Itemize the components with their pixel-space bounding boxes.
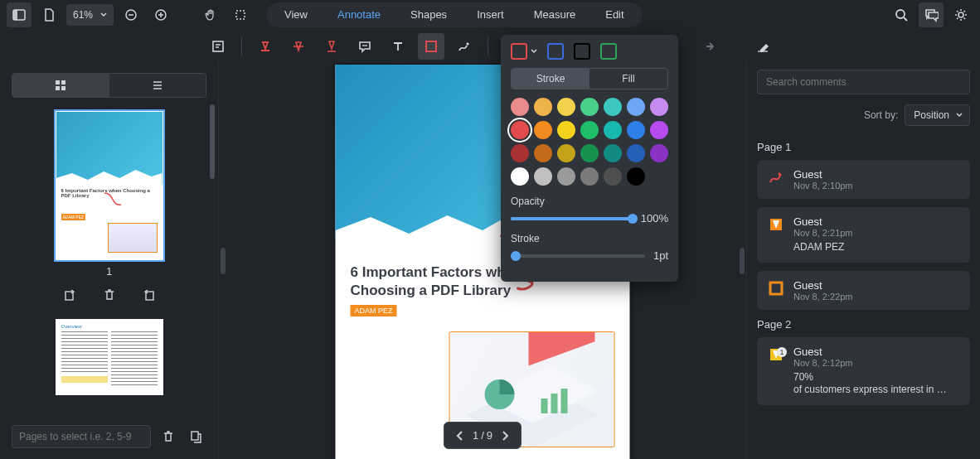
color-swatch[interactable] [604, 98, 622, 116]
svg-rect-8 [426, 41, 436, 51]
eraser-tool[interactable] [750, 33, 776, 60]
preset-swatch[interactable] [574, 43, 590, 60]
comment-body: ADAM PEZ [793, 241, 960, 254]
opacity-slider[interactable] [511, 217, 633, 220]
svg-rect-19 [192, 432, 198, 440]
color-swatch[interactable] [650, 98, 668, 116]
color-swatch[interactable] [604, 144, 622, 162]
thumbnail-page-2[interactable]: Overview [56, 319, 163, 395]
color-swatch[interactable] [511, 121, 529, 139]
svg-rect-13 [56, 80, 60, 85]
popover-tab-fill[interactable]: Fill [589, 69, 667, 89]
thumbnails-scrollbar[interactable] [210, 104, 215, 179]
panel-tab-thumbnails[interactable] [12, 74, 109, 97]
popover-tab-stroke[interactable]: Stroke [512, 69, 589, 89]
comment-author: Guest [793, 279, 960, 292]
rectangle-tool[interactable] [418, 33, 444, 60]
color-swatch[interactable] [557, 121, 575, 139]
color-swatch[interactable] [534, 121, 552, 139]
color-swatch[interactable] [580, 167, 599, 186]
pan-tool[interactable] [198, 2, 223, 27]
comment-item[interactable]: 1GuestNov 8, 2:12pm70%of customers expre… [757, 337, 970, 405]
rotate-cw-button[interactable] [137, 283, 162, 307]
panel-tab-outline[interactable] [109, 74, 206, 97]
comments-panel: Sort by: Position Page 1GuestNov 8, 2:10… [746, 63, 980, 459]
prev-page-button[interactable] [456, 431, 464, 441]
color-swatch[interactable] [627, 144, 645, 162]
comments-list[interactable]: Page 1GuestNov 8, 2:10pmGuestNov 8, 2:21… [757, 138, 970, 459]
left-resize-handle[interactable] [221, 248, 226, 274]
extract-pages-button[interactable] [186, 424, 207, 449]
comment-tool[interactable] [352, 33, 378, 60]
color-swatch[interactable] [534, 167, 552, 186]
color-swatch[interactable] [534, 98, 552, 116]
tab-view[interactable]: View [269, 2, 323, 27]
color-swatch[interactable] [580, 98, 599, 116]
tab-insert[interactable]: Insert [462, 2, 519, 27]
color-swatch[interactable] [557, 144, 575, 162]
settings-button[interactable] [948, 2, 973, 27]
color-swatch[interactable] [580, 121, 599, 139]
search-button[interactable] [889, 2, 914, 27]
color-swatch[interactable] [534, 144, 552, 162]
strikeout-tool[interactable] [285, 33, 312, 60]
color-swatch[interactable] [627, 98, 645, 116]
note-tool[interactable] [205, 33, 231, 60]
color-swatch[interactable] [511, 98, 529, 116]
tab-measure[interactable]: Measure [519, 2, 591, 27]
doc-author-highlight[interactable]: ADAM PEZ [351, 305, 397, 316]
style-popover: Stroke Fill Opacity 100% Stroke 1pt [501, 35, 678, 282]
zoom-out-button[interactable] [119, 2, 143, 27]
tab-edit[interactable]: Edit [590, 2, 638, 27]
sort-select[interactable]: Position [905, 104, 970, 126]
tab-annotate[interactable]: Annotate [323, 2, 395, 27]
color-swatch[interactable] [511, 167, 529, 186]
color-swatch[interactable] [627, 167, 645, 186]
right-resize-handle[interactable] [740, 248, 745, 274]
pages-select-input[interactable] [12, 425, 151, 448]
zoom-dropdown[interactable]: 61% [66, 4, 114, 26]
next-page-button[interactable] [501, 431, 509, 441]
comment-item[interactable]: GuestNov 8, 2:21pmADAM PEZ [757, 207, 970, 263]
color-swatch[interactable] [604, 167, 622, 186]
document-icon[interactable] [36, 2, 61, 27]
left-panel-toggle[interactable] [7, 2, 32, 27]
rotate-ccw-button[interactable] [57, 283, 82, 307]
redo-button[interactable] [695, 33, 721, 60]
underline-tool[interactable] [318, 33, 345, 60]
color-swatch[interactable] [557, 167, 575, 186]
stroke-slider[interactable] [511, 254, 645, 258]
preset-swatch[interactable] [600, 43, 617, 60]
svg-rect-16 [61, 86, 65, 90]
preset-swatch[interactable] [511, 43, 527, 60]
select-tool[interactable] [228, 2, 253, 27]
tab-shapes[interactable]: Shapes [395, 2, 462, 27]
color-swatch[interactable] [604, 121, 622, 139]
svg-rect-22 [529, 332, 595, 365]
comments-panel-toggle[interactable] [919, 2, 944, 27]
zoom-in-button[interactable] [148, 2, 173, 27]
highlight-tool[interactable] [252, 33, 279, 60]
color-swatch[interactable] [557, 98, 575, 116]
delete-pages-button[interactable] [158, 424, 179, 449]
preset-swatch[interactable] [547, 43, 564, 60]
comment-time: Nov 8, 2:10pm [793, 181, 960, 191]
comment-item[interactable]: GuestNov 8, 2:22pm [757, 271, 970, 310]
search-comments-input[interactable] [757, 70, 970, 94]
color-swatch[interactable] [650, 144, 668, 162]
page-navigator: 1 / 9 [444, 422, 522, 449]
color-swatch[interactable] [650, 121, 668, 139]
freehand-tool[interactable] [451, 33, 478, 60]
thumb2-heading: Overview [61, 325, 108, 329]
comment-author: Guest [793, 168, 960, 181]
thumbnail-list[interactable]: 6 Important Factors when Choosing a PDF … [0, 104, 218, 418]
thumbnail-page-1[interactable]: 6 Important Factors when Choosing a PDF … [56, 111, 163, 260]
comment-type-icon [767, 168, 785, 186]
color-swatch[interactable] [627, 121, 645, 139]
color-swatch[interactable] [511, 144, 529, 162]
comment-item[interactable]: GuestNov 8, 2:10pm [757, 160, 970, 199]
text-tool[interactable] [385, 33, 411, 60]
color-swatch[interactable] [580, 144, 599, 162]
delete-page-button[interactable] [97, 283, 122, 307]
thumbnail-footer [0, 418, 218, 459]
